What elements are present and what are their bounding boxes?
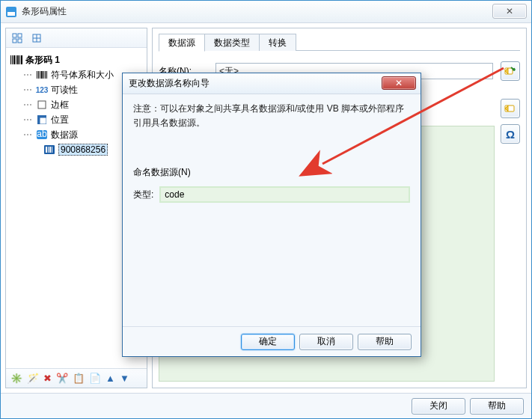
app-icon	[5, 6, 17, 18]
svg-rect-27	[40, 117, 46, 124]
svg-rect-22	[45, 71, 46, 79]
position-icon	[36, 114, 48, 126]
tree-connector-icon: ⋯	[22, 114, 33, 125]
svg-rect-18	[38, 71, 39, 79]
tag-icon	[504, 103, 516, 114]
main-window: 条形码属性 ✕ 条形码 1	[0, 0, 532, 419]
svg-rect-24	[38, 101, 46, 108]
svg-rect-17	[37, 71, 37, 79]
dialog-body: 注意：可以在对象之间共享具名数据源和/或使用 VB 脚本或外部程序 引用具名数据…	[123, 94, 421, 326]
type-row: 类型:	[133, 186, 410, 203]
dialog-cancel-button[interactable]: 取消	[299, 334, 353, 350]
svg-rect-16	[21, 55, 22, 64]
tree-connector-icon: ⋯	[22, 100, 33, 110]
side-buttons: Ω	[498, 99, 520, 144]
svg-rect-32	[48, 147, 49, 153]
svg-rect-13	[16, 55, 16, 64]
dialog-footer: 确定 取消 帮助	[123, 326, 421, 356]
close-icon: ✕	[506, 6, 513, 16]
move-down-icon[interactable]: ▼	[120, 373, 129, 383]
dialog-titlebar: 更改数据源名称向导 ✕	[123, 73, 421, 94]
svg-rect-19	[40, 71, 40, 79]
tree-root-label: 条形码 1	[25, 54, 60, 67]
value-icon	[43, 144, 55, 156]
move-up-icon[interactable]: ▲	[106, 373, 115, 383]
dialog-close-button[interactable]: ✕	[382, 76, 416, 90]
type-input[interactable]	[159, 186, 410, 203]
side-button-omega[interactable]: Ω	[501, 124, 520, 144]
tree-connector-icon: ⋯	[22, 70, 33, 80]
rename-dialog: 更改数据源名称向导 ✕ 注意：可以在对象之间共享具名数据源和/或使用 VB 脚本…	[122, 73, 421, 357]
tab-label: 转换	[269, 37, 287, 48]
tree-root-barcode[interactable]: 条形码 1	[7, 52, 145, 67]
svg-rect-12	[13, 55, 15, 64]
svg-rect-6	[18, 39, 22, 43]
svg-rect-15	[19, 55, 20, 64]
tree-item-label: 位置	[51, 114, 69, 126]
tab-datatype[interactable]: 数据类型	[204, 34, 260, 51]
button-label: 帮助	[376, 335, 394, 348]
tab-label: 数据源	[168, 37, 195, 48]
footer-close-button[interactable]: 关闭	[412, 398, 465, 415]
type-label: 类型:	[133, 189, 153, 201]
tree-connector-icon: ⋯	[22, 129, 33, 140]
svg-rect-14	[17, 55, 19, 64]
svg-rect-23	[46, 71, 47, 79]
dialog-help-button[interactable]: 帮助	[358, 334, 412, 350]
note-line-1: 注意：可以在对象之间共享具名数据源和/或使用 VB 脚本或外部程序	[133, 103, 404, 114]
copy-icon[interactable]: 📋	[73, 373, 85, 383]
tree-value-label: 900868256	[58, 144, 108, 156]
paste-icon[interactable]: 📄	[89, 373, 101, 383]
button-label: 取消	[317, 335, 335, 348]
tab-transform[interactable]: 转换	[259, 34, 296, 51]
svg-rect-21	[43, 71, 44, 79]
button-label: 帮助	[488, 400, 506, 412]
border-icon	[36, 99, 48, 111]
tab-label: 数据类型	[214, 37, 250, 48]
dialog-ok-button[interactable]: 确定	[241, 334, 295, 350]
button-label: 确定	[259, 335, 277, 348]
svg-rect-2	[7, 8, 15, 12]
new-icon[interactable]: ✳️	[10, 373, 22, 383]
svg-rect-11	[12, 55, 13, 64]
svg-text:ab: ab	[37, 130, 47, 139]
dialog-title: 更改数据源名称向导	[129, 77, 210, 90]
close-icon: ✕	[395, 78, 403, 88]
tag-edit-icon	[504, 66, 516, 76]
button-label: 关闭	[429, 400, 447, 412]
note-line-2: 引用具名数据源。	[133, 117, 205, 128]
toolbar-expand-button[interactable]	[9, 31, 25, 46]
svg-rect-20	[41, 71, 43, 79]
svg-rect-10	[10, 55, 11, 64]
svg-rect-33	[49, 147, 51, 153]
svg-rect-34	[52, 147, 52, 153]
tree-item-label: 数据源	[51, 129, 78, 141]
name-edit-button[interactable]	[501, 61, 520, 81]
datasource-icon: ab	[36, 129, 48, 141]
tree-item-label: 可读性	[51, 84, 78, 97]
omega-icon: Ω	[506, 128, 515, 141]
tree-item-label: 边框	[51, 99, 69, 111]
number-icon: 123	[36, 84, 48, 96]
delete-icon[interactable]: ✖	[43, 373, 52, 383]
main-title: 条形码属性	[22, 5, 67, 18]
footer-help-button[interactable]: 帮助	[470, 398, 524, 415]
svg-rect-3	[13, 34, 16, 37]
side-button-1[interactable]	[501, 99, 520, 118]
svg-rect-5	[13, 39, 16, 43]
window-close-button[interactable]: ✕	[492, 4, 527, 19]
tree-connector-icon: ⋯	[22, 85, 33, 95]
tabs: 数据源 数据类型 转换	[159, 33, 520, 51]
tab-datasource[interactable]: 数据源	[159, 34, 205, 52]
barcode-icon	[10, 54, 22, 66]
main-footer: 关闭 帮助	[1, 393, 531, 418]
cut-icon[interactable]: ✂️	[56, 373, 68, 383]
section-label: 命名数据源(N)	[133, 166, 410, 179]
toolbar-collapse-button[interactable]	[28, 31, 45, 46]
wizard-icon[interactable]: 🪄	[27, 373, 39, 383]
tree-item-label: 符号体系和大小	[51, 69, 114, 82]
svg-rect-4	[18, 34, 22, 37]
barcode-small-icon	[36, 69, 48, 81]
main-titlebar: 条形码属性 ✕	[1, 1, 531, 23]
dialog-note: 注意：可以在对象之间共享具名数据源和/或使用 VB 脚本或外部程序 引用具名数据…	[133, 102, 410, 130]
